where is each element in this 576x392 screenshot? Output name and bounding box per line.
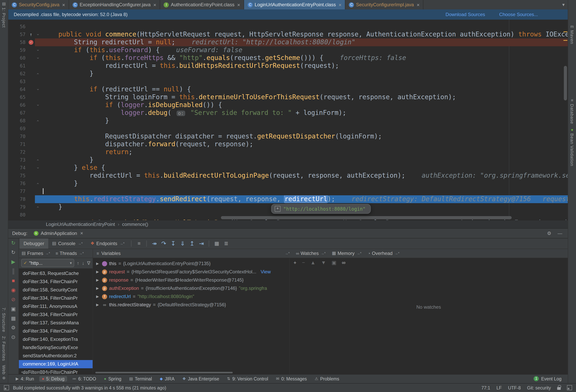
hidden-tabs-button[interactable]: ▾: [559, 0, 568, 9]
fold-slot[interactable]: ›: [35, 117, 40, 125]
line-number[interactable]: 67: [8, 109, 27, 117]
stack-frame-item[interactable]: doFilter:334, FilterChainPr: [19, 310, 93, 319]
stack-frame-item[interactable]: doFilter:111, AnonymousA: [19, 302, 93, 310]
tab-close-icon[interactable]: ×: [62, 2, 65, 8]
rerun-icon[interactable]: ↻: [11, 240, 16, 246]
evaluate-icon[interactable]: ▦: [212, 240, 222, 246]
stack-frame-item[interactable]: doFilter:334, FilterChainPr: [19, 278, 93, 286]
event-log-button[interactable]: 1 Event Log: [534, 376, 563, 381]
variable-row[interactable]: ▶this = {LoginUrlAuthenticationEntryPoin…: [93, 259, 289, 268]
line-number[interactable]: 72: [8, 148, 27, 156]
stack-frame-item[interactable]: doFilter:334, FilterChainPr: [19, 368, 93, 374]
sidebar-item-bean-validation[interactable]: ●Bean Validation: [570, 126, 575, 168]
session-close-icon[interactable]: ×: [80, 230, 83, 236]
variables-scrollbar[interactable]: [95, 372, 233, 373]
toolwindow-button-9-version-control[interactable]: ⇅9: Version Control: [224, 376, 271, 381]
next-frame-icon[interactable]: ↓: [82, 260, 84, 266]
filter-frames-icon[interactable]: ∇: [87, 260, 90, 266]
line-number[interactable]: 77: [8, 188, 27, 195]
expand-arrow-icon[interactable]: ▶: [96, 303, 100, 307]
breakpoint-icon[interactable]: ✓: [29, 40, 33, 45]
tab-close-icon[interactable]: ×: [237, 2, 240, 8]
force-step-into-icon[interactable]: ⇓: [178, 240, 187, 247]
line-number[interactable]: 62: [8, 70, 27, 78]
fold-slot[interactable]: ›: [35, 54, 40, 62]
line-number[interactable]: 71: [8, 140, 27, 148]
warning-stripe-mark[interactable]: [563, 31, 567, 32]
line-number[interactable]: 60: [8, 54, 27, 62]
variables-jump-icon[interactable]: →*: [285, 251, 289, 255]
toggle-watches[interactable]: ∞Watches→*: [296, 251, 326, 256]
fold-slot[interactable]: ›: [35, 70, 40, 78]
mute-breakpoints-icon[interactable]: ⊘: [11, 297, 16, 302]
code-editor[interactable]: 5657↑› public void commence(HttpServletR…: [8, 20, 568, 220]
step-out-icon[interactable]: ↥: [187, 240, 197, 247]
line-number[interactable]: 73: [8, 156, 27, 164]
expand-arrow-icon[interactable]: ▶: [96, 270, 100, 274]
fold-slot[interactable]: ›: [35, 156, 40, 164]
minimize-toolwindow-icon[interactable]: —: [558, 230, 562, 236]
stack-frame-item[interactable]: commence:169, LoginUrlA: [19, 360, 93, 368]
variable-row[interactable]: ▶pauthException = {InsufficientAuthentic…: [93, 284, 289, 292]
override-method-icon[interactable]: ↑: [30, 30, 32, 38]
line-number[interactable]: 79: [8, 203, 27, 211]
frames-scrollbar[interactable]: [21, 371, 62, 373]
expand-arrow-icon[interactable]: ▶: [96, 295, 100, 299]
toolwindow-button-problems[interactable]: ⚠Problems: [312, 376, 342, 381]
debug-settings-gear-icon[interactable]: ⚙: [547, 230, 551, 236]
line-ending[interactable]: LF: [496, 385, 502, 390]
line-number[interactable]: 56: [8, 23, 27, 30]
line-number[interactable]: 63: [8, 78, 27, 85]
editor-tab[interactable]: CExceptionHandlingConfigurer.java×: [69, 0, 160, 9]
fold-slot[interactable]: ›: [35, 85, 40, 93]
tab-debugger[interactable]: Debugger: [20, 238, 48, 249]
toggle-overhead[interactable]: ◔Overhead→*: [368, 251, 400, 256]
variable-row[interactable]: ▶prequest = {HttpServlet3RequestFactory$…: [93, 268, 289, 276]
toolwindow-button-5-debug[interactable]: ●5: Debug: [39, 376, 67, 381]
expand-arrow-icon[interactable]: ▶: [96, 262, 100, 266]
variable-row[interactable]: ▶fredirectUrl = "http://localhost:8080/l…: [93, 292, 289, 301]
warning-stripe-mark[interactable]: [563, 40, 567, 41]
view-link[interactable]: View: [260, 269, 271, 275]
stack-frame-item[interactable]: doFilter:140, ExceptionTra: [19, 335, 93, 343]
expand-value-icon[interactable]: +: [275, 206, 281, 212]
line-number[interactable]: 68: [8, 117, 27, 125]
sidebar-item-maven[interactable]: mMaven: [570, 23, 575, 46]
line-number[interactable]: 70: [8, 133, 27, 140]
tab-close-icon[interactable]: ×: [417, 2, 420, 8]
view-breakpoints-icon[interactable]: ◉: [11, 287, 16, 293]
editor-tab[interactable]: IAuthenticationEntryPoint.class×: [160, 0, 244, 9]
line-number[interactable]: 65: [8, 93, 27, 101]
refresh-icon[interactable]: ↻: [11, 250, 16, 255]
sidebar-item-database[interactable]: ≡Database: [570, 96, 575, 126]
toolwindow-button-terminal[interactable]: ▤Terminal: [126, 376, 155, 381]
stack-frame-item[interactable]: doFilter:158, SecurityCont: [19, 286, 93, 294]
sidebar-item-web[interactable]: Web ⊕: [1, 363, 6, 383]
toolwindow-button-spring[interactable]: ●Spring: [101, 376, 124, 381]
line-number[interactable]: 78: [8, 195, 27, 203]
line-number[interactable]: 58: [8, 38, 27, 46]
add-watch-icon[interactable]: +: [293, 260, 296, 266]
toolwindow-button-jira[interactable]: ◆JIRA: [157, 376, 177, 381]
show-execution-point-icon[interactable]: ↠: [150, 240, 159, 247]
fold-slot[interactable]: ›: [35, 164, 40, 172]
breadcrumb-item[interactable]: LoginUrlAuthenticationEntryPoint: [46, 221, 115, 227]
line-number[interactable]: 57: [8, 30, 27, 38]
stack-frame-item[interactable]: doFilter:334, FilterChainPr: [19, 294, 93, 302]
expand-arrow-icon[interactable]: ▶: [96, 286, 100, 290]
caret-position[interactable]: 77:1: [481, 385, 490, 390]
file-encoding[interactable]: UTF-8: [508, 385, 521, 390]
line-number[interactable]: 64: [8, 85, 27, 93]
fold-slot[interactable]: ›: [35, 180, 40, 188]
variable-row[interactable]: ▶presponse = {HeaderWriterFilter$HeaderW…: [93, 276, 289, 284]
tab-endpoints[interactable]: ❖Endpoints→*: [86, 238, 128, 249]
tab-admin-application[interactable]: s AdminApplication ×: [31, 229, 86, 237]
fold-slot[interactable]: ›: [35, 30, 40, 38]
line-number[interactable]: 75: [8, 172, 27, 180]
fold-slot[interactable]: ›: [35, 203, 40, 211]
line-number[interactable]: 66: [8, 101, 27, 109]
run-to-cursor-icon[interactable]: ⇥: [197, 240, 206, 247]
git-branch[interactable]: Git: security: [527, 385, 551, 390]
stop-icon[interactable]: ■: [12, 278, 15, 283]
stack-frame-item[interactable]: doFilter:63, RequestCache: [19, 269, 93, 278]
